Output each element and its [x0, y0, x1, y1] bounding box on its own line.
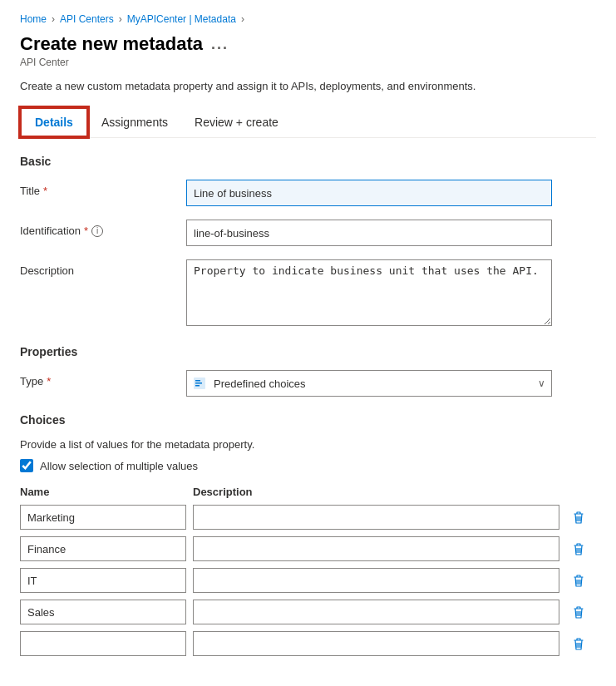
- basic-section-title: Basic: [20, 155, 596, 168]
- type-select-wrapper: Predefined choices String Number Boolean…: [186, 370, 552, 397]
- choice-delete-4[interactable]: [566, 600, 591, 624]
- type-label: Type *: [20, 370, 186, 387]
- properties-section-title: Properties: [20, 345, 596, 358]
- choice-name-1[interactable]: [20, 505, 186, 530]
- trash-icon-1: [572, 510, 585, 525]
- trash-icon-2: [572, 541, 585, 556]
- choice-name-5[interactable]: [20, 631, 186, 656]
- choice-row-2: [20, 536, 596, 561]
- breadcrumb-api-centers[interactable]: API Centers: [60, 13, 114, 25]
- identification-info-icon[interactable]: i: [91, 225, 103, 237]
- type-required: *: [47, 375, 51, 387]
- trash-icon-3: [572, 573, 585, 588]
- breadcrumb-sep1: ›: [52, 13, 55, 25]
- type-row: Type * Predefined choices String Number …: [20, 370, 596, 397]
- identification-row: Identification * i: [20, 220, 596, 246]
- tabs-container: Details Assignments Review + create: [20, 107, 596, 138]
- description-input-wrapper: Property to indicate business unit that …: [186, 259, 552, 328]
- page-description: Create a new custom metadata property an…: [20, 80, 596, 92]
- breadcrumb-home[interactable]: Home: [20, 13, 47, 25]
- choice-description-3[interactable]: [193, 568, 559, 593]
- title-row: Title *: [20, 180, 596, 206]
- choices-description: Provide a list of values for the metadat…: [20, 438, 596, 451]
- breadcrumb-sep2: ›: [119, 13, 122, 25]
- identification-input[interactable]: [186, 220, 552, 246]
- tab-review-create[interactable]: Review + create: [181, 109, 292, 136]
- choice-delete-3[interactable]: [566, 568, 591, 593]
- page-title: Create new metadata: [20, 33, 203, 55]
- type-select-icon: [193, 377, 206, 390]
- description-row: Description Property to indicate busines…: [20, 259, 596, 328]
- page-subtitle: API Center: [20, 57, 596, 68]
- breadcrumb: Home › API Centers › MyAPICenter | Metad…: [20, 13, 596, 25]
- title-input-wrapper: [186, 180, 552, 206]
- choice-row-5: [20, 631, 596, 656]
- description-input[interactable]: Property to indicate business unit that …: [186, 259, 552, 326]
- page-title-container: Create new metadata ...: [20, 33, 596, 55]
- choice-name-4[interactable]: [20, 600, 186, 624]
- multiple-values-row: Allow selection of multiple values: [20, 459, 596, 472]
- page-title-menu[interactable]: ...: [211, 36, 229, 53]
- choices-table: Name Description: [20, 486, 596, 656]
- identification-input-wrapper: [186, 220, 552, 246]
- tab-assignments[interactable]: Assignments: [88, 109, 181, 136]
- choice-description-4[interactable]: [193, 600, 559, 624]
- choice-description-1[interactable]: [193, 505, 559, 530]
- choice-delete-1[interactable]: [566, 505, 591, 530]
- choice-row-1: [20, 505, 596, 530]
- choices-description-header: Description: [193, 486, 559, 498]
- choice-delete-2[interactable]: [566, 536, 591, 561]
- identification-required: *: [84, 225, 88, 237]
- title-input[interactable]: [186, 180, 552, 206]
- breadcrumb-sep3: ›: [241, 13, 244, 25]
- svg-rect-2: [195, 382, 202, 384]
- title-label: Title *: [20, 180, 186, 197]
- choice-row-4: [20, 600, 596, 624]
- trash-icon-5: [572, 636, 585, 651]
- tab-details[interactable]: Details: [20, 107, 88, 137]
- description-label: Description: [20, 259, 186, 277]
- multiple-values-label[interactable]: Allow selection of multiple values: [40, 460, 198, 472]
- basic-section: Basic Title * Identification * i Descrip…: [20, 155, 596, 328]
- breadcrumb-myapicenter[interactable]: MyAPICenter | Metadata: [127, 13, 236, 25]
- choices-section: Choices Provide a list of values for the…: [20, 413, 596, 656]
- identification-label: Identification * i: [20, 220, 186, 237]
- multiple-values-checkbox[interactable]: [20, 459, 33, 472]
- choices-section-title: Choices: [20, 413, 596, 427]
- choice-name-3[interactable]: [20, 568, 186, 593]
- svg-rect-3: [195, 385, 200, 387]
- choice-description-2[interactable]: [193, 536, 559, 561]
- choice-description-5[interactable]: [193, 631, 559, 656]
- type-select[interactable]: Predefined choices String Number Boolean…: [186, 370, 552, 397]
- choice-name-2[interactable]: [20, 536, 186, 561]
- choices-table-header: Name Description: [20, 486, 596, 498]
- choices-name-header: Name: [20, 486, 186, 498]
- title-required: *: [43, 185, 47, 197]
- svg-rect-1: [195, 380, 200, 382]
- properties-section: Properties Type * Predefined choices Str…: [20, 345, 596, 397]
- choice-delete-5[interactable]: [566, 631, 591, 656]
- choice-row-3: [20, 568, 596, 593]
- trash-icon-4: [572, 605, 585, 619]
